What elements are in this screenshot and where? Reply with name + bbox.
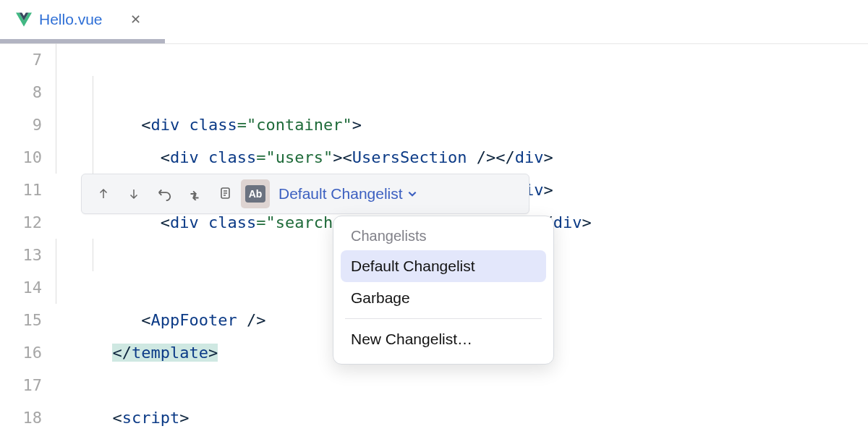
changelist-label: Default Changelist <box>278 185 403 203</box>
file-tab[interactable]: Hello.vue ✕ <box>10 8 147 31</box>
highlight-words-icon[interactable]: Ab <box>241 179 270 208</box>
show-diff-icon[interactable] <box>180 179 209 208</box>
ab-badge: Ab <box>245 185 265 203</box>
line-number: 12 <box>0 206 42 239</box>
line-gutter: 789101112131415161718 <box>0 43 55 434</box>
line-number: 8 <box>0 76 42 109</box>
line-number: 11 <box>0 174 42 206</box>
close-tab-icon[interactable]: ✕ <box>130 12 141 27</box>
popup-header: Changelists <box>341 225 546 250</box>
line-number: 10 <box>0 141 42 174</box>
tab-filename: Hello.vue <box>39 11 103 28</box>
tab-bar: Hello.vue ✕ <box>0 0 868 39</box>
code-line[interactable]: <div class="search-result"><UserList /><… <box>55 141 868 174</box>
rollback-icon[interactable] <box>150 179 179 208</box>
code-line[interactable]: <div class="users"><UsersSection /></div… <box>55 76 868 109</box>
code-line[interactable]: import UserList from "@/components/UserL… <box>55 401 868 434</box>
chevron-down-icon <box>407 189 417 199</box>
line-number: 15 <box>0 304 42 336</box>
line-number: 17 <box>0 369 42 401</box>
popup-item-garbage[interactable]: Garbage <box>341 282 546 314</box>
popup-separator <box>345 318 542 319</box>
popup-item-default[interactable]: Default Changelist <box>341 250 546 282</box>
line-number: 18 <box>0 401 42 434</box>
code-line[interactable]: <script> <box>55 369 868 401</box>
popup-item-new[interactable]: New Changelist… <box>341 323 546 355</box>
vue-logo-icon <box>16 12 32 27</box>
line-number: 16 <box>0 336 42 369</box>
code-line[interactable]: <div class="todos"><TodosSection /></div… <box>55 109 868 141</box>
line-number: 14 <box>0 271 42 304</box>
next-change-icon[interactable] <box>119 179 148 208</box>
line-number: 7 <box>0 43 42 76</box>
copy-icon[interactable] <box>210 179 239 208</box>
changelist-popup: Changelists Default Changelist Garbage N… <box>333 216 554 365</box>
line-number: 13 <box>0 239 42 271</box>
prev-change-icon[interactable] <box>89 179 118 208</box>
diff-toolbar: Ab Default Changelist <box>81 174 529 214</box>
line-number: 9 <box>0 109 42 141</box>
code-line[interactable]: <div class="container"> <box>55 43 868 76</box>
changelist-dropdown[interactable]: Default Changelist <box>271 181 425 207</box>
